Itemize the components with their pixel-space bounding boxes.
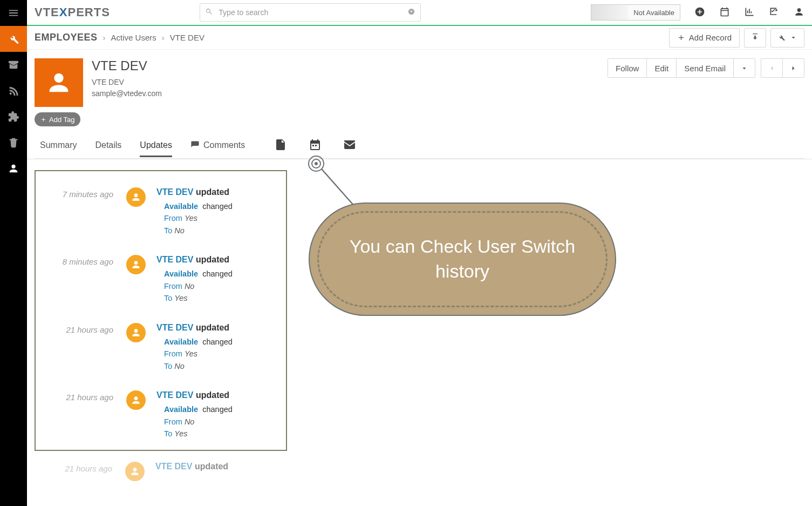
- breadcrumb-leaf: VTE DEV: [170, 33, 204, 42]
- update-avatar-icon: [126, 255, 146, 274]
- chevron-down-icon[interactable]: [407, 8, 415, 17]
- avatar: [35, 58, 83, 107]
- record-header: VTE DEV VTE DEV sample@vtedev.com Follow…: [27, 50, 812, 159]
- update-time: 7 minutes ago: [45, 187, 115, 237]
- svg-line-4: [322, 169, 355, 207]
- svg-point-3: [315, 162, 318, 165]
- breadcrumb-mid[interactable]: Active Users: [111, 33, 156, 42]
- user-icon[interactable]: [794, 6, 804, 19]
- sidebar-mail[interactable]: [0, 52, 27, 78]
- sidebar-user[interactable]: [0, 156, 27, 181]
- update-user-link[interactable]: VTE DEV: [156, 323, 193, 332]
- breadcrumb: EMPLOYEES › Active Users › VTE DEV: [35, 32, 204, 43]
- update-user-link[interactable]: VTE DEV: [156, 255, 193, 264]
- tabs: Summary Details Updates Comments: [35, 138, 804, 159]
- callout-text: You can Check User Switch history: [310, 234, 615, 284]
- tab-details[interactable]: Details: [95, 140, 121, 157]
- subbar: EMPLOYEES › Active Users › VTE DEV Add R…: [27, 26, 812, 50]
- more-actions-button[interactable]: [734, 58, 755, 78]
- follow-button[interactable]: Follow: [608, 58, 647, 78]
- update-time: 21 hours ago: [44, 462, 114, 481]
- update-time: 21 hours ago: [45, 390, 115, 440]
- record-email: sample@vtedev.com: [92, 88, 162, 99]
- tab-comments[interactable]: Comments: [190, 140, 245, 157]
- add-icon[interactable]: [694, 6, 705, 19]
- email-tab-icon[interactable]: [343, 138, 356, 153]
- tab-updates[interactable]: Updates: [140, 140, 172, 157]
- chart-icon[interactable]: [744, 6, 755, 19]
- calendar-tab-icon[interactable]: [309, 138, 322, 153]
- calendar-icon[interactable]: [719, 6, 730, 19]
- topbar: VTEXPERTS Not Available: [27, 0, 812, 26]
- search-input[interactable]: [200, 3, 421, 22]
- next-record-button[interactable]: [783, 58, 804, 78]
- edit-button[interactable]: Edit: [647, 58, 677, 78]
- availability-toggle[interactable]: Not Available: [591, 4, 680, 21]
- search-icon: [205, 8, 213, 17]
- add-record-button[interactable]: Add Record: [669, 28, 740, 48]
- task-icon[interactable]: [769, 6, 780, 19]
- update-item: 21 hours agoVTE DEV updatedAvailable cha…: [45, 323, 276, 372]
- search-wrap: [200, 3, 421, 22]
- import-button[interactable]: [744, 28, 766, 48]
- update-avatar-icon: [126, 187, 146, 207]
- update-user-link[interactable]: VTE DEV: [155, 462, 192, 471]
- tab-summary[interactable]: Summary: [40, 140, 77, 157]
- update-avatar-icon: [126, 323, 146, 342]
- updates-timeline: 7 minutes agoVTE DEV updatedAvailable ch…: [35, 170, 287, 451]
- update-item: 8 minutes agoVTE DEV updatedAvailable ch…: [45, 255, 276, 304]
- add-tag-button[interactable]: Add Tag: [35, 112, 80, 126]
- update-avatar-icon: [126, 390, 146, 410]
- logo: VTEXPERTS: [35, 5, 110, 19]
- left-sidebar: [0, 0, 27, 506]
- callout: You can Check User Switch history: [309, 203, 616, 316]
- sidebar-menu-toggle[interactable]: [0, 0, 27, 26]
- sidebar-trash[interactable]: [0, 130, 27, 156]
- update-item: 21 hours agoVTE DEV updatedAvailable cha…: [45, 390, 276, 440]
- sidebar-feed[interactable]: [0, 78, 27, 104]
- breadcrumb-root[interactable]: EMPLOYEES: [35, 32, 98, 43]
- update-item-pending: 21 hours ago VTE DEV updated: [35, 462, 287, 481]
- record-subtitle: VTE DEV: [92, 77, 162, 88]
- update-avatar-icon: [125, 462, 145, 481]
- update-time: 21 hours ago: [45, 323, 115, 372]
- prev-record-button[interactable]: [761, 58, 783, 78]
- update-user-link[interactable]: VTE DEV: [156, 390, 193, 400]
- update-user-link[interactable]: VTE DEV: [156, 187, 193, 197]
- update-time: 8 minutes ago: [45, 255, 115, 304]
- settings-button[interactable]: [770, 28, 804, 48]
- send-email-button[interactable]: Send Email: [677, 58, 734, 78]
- update-item: 7 minutes agoVTE DEV updatedAvailable ch…: [45, 187, 276, 237]
- sidebar-extensions[interactable]: [0, 104, 27, 130]
- sidebar-tools[interactable]: [0, 26, 27, 52]
- documents-icon[interactable]: [274, 138, 287, 153]
- record-title: VTE DEV: [92, 58, 162, 73]
